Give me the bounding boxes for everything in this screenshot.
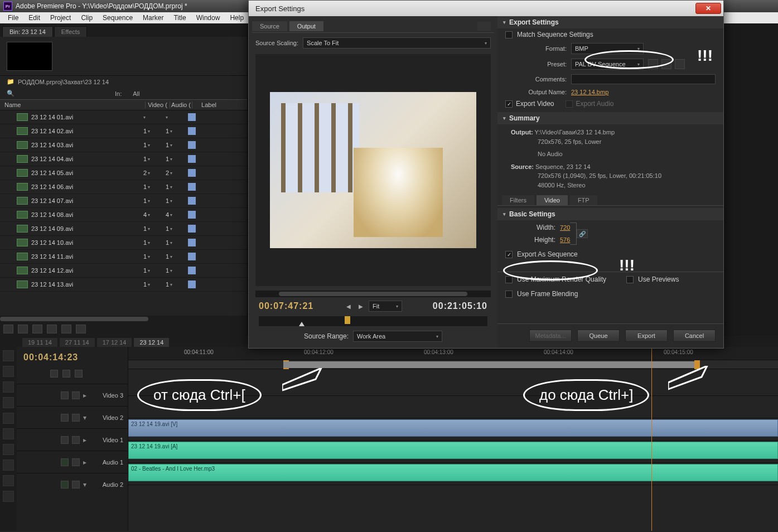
step-back-icon[interactable]: ◀ (344, 302, 353, 311)
export-button[interactable]: Export (625, 330, 668, 342)
expand-icon[interactable]: ▸ (83, 391, 86, 399)
metadata-button[interactable]: Metadata... (529, 330, 572, 342)
use-previews-checkbox[interactable] (626, 276, 634, 283)
menu-help[interactable]: Help (225, 14, 248, 22)
rate-tool-icon[interactable] (3, 413, 14, 424)
pen-tool-icon[interactable] (3, 460, 14, 471)
track-a2[interactable]: 02 - Beatles - And I Love Her.mp3 (128, 463, 778, 485)
timeline-ruler[interactable]: 00:04:11:00 00:04:12:00 00:04:13:00 00:0… (128, 347, 778, 360)
list-view-icon[interactable] (3, 325, 13, 333)
snap-icon[interactable] (50, 370, 58, 378)
track-select-tool-icon[interactable] (3, 366, 14, 377)
label-swatch[interactable] (188, 239, 196, 246)
playhead[interactable] (651, 347, 652, 531)
seek-playhead-icon[interactable] (299, 322, 305, 326)
seek-marker-icon[interactable] (345, 316, 350, 324)
file-row[interactable]: 23 12 14 01.avi (0, 110, 247, 124)
trash-icon[interactable] (76, 325, 86, 333)
rolling-tool-icon[interactable] (3, 397, 14, 408)
menu-title[interactable]: Title (169, 14, 190, 22)
new-bin-icon[interactable] (47, 325, 57, 333)
file-row[interactable]: 23 12 14 12.avi 1 1 (0, 264, 247, 278)
expand-icon[interactable]: ▸ (83, 436, 86, 444)
width-value[interactable]: 720 (560, 224, 570, 231)
file-row[interactable]: 23 12 14 11.avi 1 1 (0, 250, 247, 264)
razor-tool-icon[interactable] (3, 428, 14, 439)
expand-icon[interactable]: ▾ (83, 481, 86, 489)
basic-settings-section[interactable]: Basic Settings (497, 208, 723, 220)
timeline-tracks-area[interactable]: 00:04:11:00 00:04:12:00 00:04:13:00 00:0… (128, 347, 778, 531)
col-audio[interactable]: Audio ( (170, 101, 192, 108)
timeline-tab-3[interactable]: 23 12 14 (134, 338, 169, 347)
format-dropdown[interactable]: BMP (571, 43, 644, 54)
expand-icon[interactable]: ▸ (83, 458, 86, 466)
video-count[interactable]: 1 (140, 225, 162, 232)
col-name[interactable]: Name (0, 101, 145, 108)
source-tab[interactable]: Source (252, 21, 287, 31)
slip-tool-icon[interactable] (3, 444, 14, 455)
video-count[interactable]: 1 (140, 281, 162, 288)
project-scrollbar[interactable] (0, 316, 247, 322)
marker-icon[interactable] (62, 370, 70, 378)
video-count[interactable]: 1 (140, 239, 162, 246)
delete-preset-icon[interactable] (675, 59, 685, 69)
a1-lock-icon[interactable] (72, 458, 80, 466)
clip-audio[interactable]: 23 12 14 19.avi [A] (128, 442, 778, 459)
v3-lock-icon[interactable] (72, 391, 80, 399)
audio-count[interactable]: 1 (162, 253, 185, 260)
selection-tool-icon[interactable] (3, 350, 14, 361)
video-count[interactable]: 1 (140, 253, 162, 260)
export-as-sequence-checkbox[interactable] (505, 251, 513, 258)
step-fwd-icon[interactable]: ▶ (356, 302, 365, 311)
label-swatch[interactable] (188, 211, 196, 219)
clip-video[interactable]: 23 12 14 19.avi [V] (128, 419, 778, 437)
queue-button[interactable]: Queue (577, 330, 620, 342)
video-count[interactable] (140, 115, 162, 120)
preview-hscroll[interactable] (255, 291, 491, 297)
menu-project[interactable]: Project (46, 14, 75, 22)
crop-icon[interactable] (477, 22, 491, 31)
menu-file[interactable]: File (3, 14, 23, 22)
file-row[interactable]: 23 12 14 04.avi 1 1 (0, 152, 247, 166)
audio-count[interactable]: 1 (162, 281, 185, 288)
timeline-timecode[interactable]: 00:04:14:23 (17, 347, 128, 368)
ftp-subtab[interactable]: FTP (570, 195, 597, 205)
timeline-tab-1[interactable]: 27 11 14 (60, 338, 95, 347)
audio-count[interactable]: 1 (162, 267, 185, 274)
audio-count[interactable]: 1 (162, 183, 185, 190)
v3-eye-icon[interactable] (61, 391, 69, 399)
output-tab[interactable]: Output (289, 21, 323, 31)
label-swatch[interactable] (188, 267, 196, 274)
clip-audio[interactable]: 02 - Beatles - And I Love Her.mp3 (128, 464, 778, 481)
label-swatch[interactable] (188, 113, 196, 121)
menu-window[interactable]: Window (192, 14, 225, 22)
new-item-icon[interactable] (61, 325, 71, 333)
ripple-tool-icon[interactable] (3, 381, 14, 393)
track-v1[interactable]: 23 12 14 19.avi [V] (128, 418, 778, 441)
source-range-dropdown[interactable]: Work Area (353, 331, 442, 342)
label-swatch[interactable] (188, 253, 196, 260)
zoom-tool-icon[interactable] (3, 491, 14, 502)
video-subtab[interactable]: Video (537, 195, 568, 205)
source-scaling-dropdown[interactable]: Scale To Fit (303, 37, 491, 49)
file-row[interactable]: 23 12 14 07.avi 1 1 (0, 194, 247, 208)
file-row[interactable]: 23 12 14 09.avi 1 1 (0, 222, 247, 236)
file-row[interactable]: 23 12 14 05.avi 2 2 (0, 166, 247, 180)
match-sequence-checkbox[interactable] (505, 31, 513, 38)
constrain-link-icon[interactable]: 🔗 (577, 229, 588, 238)
file-row[interactable]: 23 12 14 06.avi 1 1 (0, 180, 247, 194)
max-quality-checkbox[interactable] (505, 276, 513, 283)
video-count[interactable]: 2 (140, 170, 162, 176)
work-area-end-handle[interactable] (694, 360, 700, 369)
preset-dropdown[interactable]: PAL DV Sequence (571, 59, 644, 70)
cancel-button[interactable]: Cancel (673, 330, 716, 342)
frame-blending-checkbox[interactable] (505, 291, 513, 298)
project-tab-effects[interactable]: Effects (54, 26, 87, 37)
video-count[interactable]: 1 (140, 183, 162, 190)
filters-subtab[interactable]: Filters (502, 195, 534, 205)
col-label[interactable]: Label (192, 101, 225, 108)
label-swatch[interactable] (188, 169, 196, 177)
import-preset-icon[interactable] (661, 59, 671, 69)
file-row[interactable]: 23 12 14 02.avi 1 1 (0, 124, 247, 138)
comments-input[interactable] (571, 74, 716, 84)
